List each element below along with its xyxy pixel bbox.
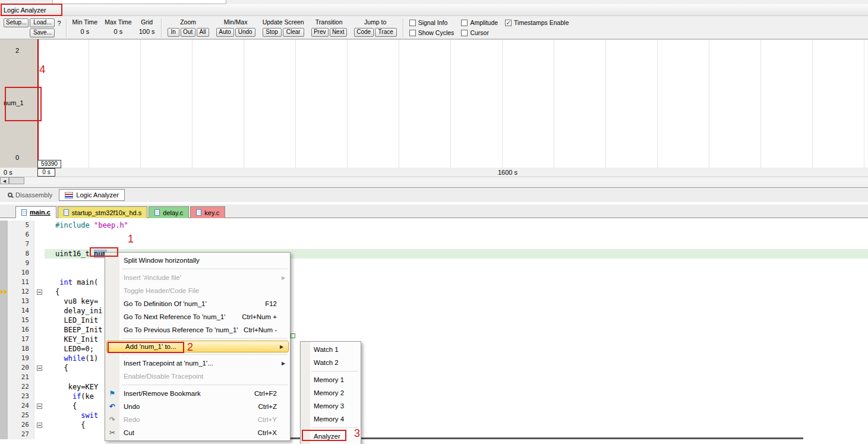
breakpoint-margin[interactable] (0, 240, 8, 249)
update-screen-label: Update Screen (263, 18, 304, 26)
submenu-arrow-icon: ▶ (282, 275, 290, 281)
fold-collapse-icon[interactable] (37, 366, 42, 371)
waveform-grid[interactable] (37, 40, 868, 168)
line-number: 13 (8, 297, 34, 306)
code-token: main( (72, 278, 98, 286)
scroll-left-icon[interactable]: ◀ (0, 177, 9, 184)
breakpoint-margin[interactable] (0, 268, 8, 278)
menu-item-label: Go To Previous Reference To 'num_1' (119, 326, 244, 333)
breakpoint-margin[interactable] (0, 221, 8, 230)
analyzer-hscrollbar[interactable]: ◀ (0, 177, 868, 184)
zoom-in-button[interactable]: In (168, 28, 179, 37)
zoom-all-button[interactable]: All (197, 28, 209, 37)
breakpoint-margin[interactable] (0, 373, 8, 382)
cursor-checkbox[interactable]: Cursor (461, 29, 498, 36)
minmax-auto-button[interactable]: Auto (216, 28, 234, 37)
line-number: 10 (8, 268, 34, 278)
menu-separator (122, 338, 288, 339)
show-cycles-checkbox[interactable]: Show Cycles (409, 29, 454, 36)
tab-key-c[interactable]: key.c (190, 206, 225, 218)
breakpoint-margin[interactable] (0, 420, 8, 430)
fold-collapse-icon[interactable] (37, 404, 42, 409)
jump-trace-button[interactable]: Trace (375, 28, 397, 37)
fold-collapse-icon[interactable] (37, 289, 42, 295)
breakpoint-margin[interactable] (0, 411, 8, 420)
context-menu-item[interactable]: Go To Next Reference To 'num_1'Ctrl+Num … (105, 310, 290, 323)
grid-value: 100 s (139, 28, 155, 35)
breakpoint-margin[interactable] (0, 392, 8, 401)
analyzer-chart[interactable]: 2 num_1 0 (0, 39, 868, 168)
setup-button[interactable]: Setup... (4, 18, 29, 27)
context-menu-item[interactable]: Enable/Disable Tracepoint (105, 370, 290, 383)
transition-next-button[interactable]: Next (330, 28, 347, 37)
tab-delay-c[interactable]: delay.c (149, 206, 189, 218)
code-text[interactable]: #include "beep.h" (45, 221, 868, 230)
breakpoint-margin[interactable] (0, 287, 8, 297)
minmax-undo-button[interactable]: Undo (235, 28, 255, 37)
context-menu-item[interactable]: ✂CutCtrl+X (105, 426, 290, 439)
breakpoint-margin[interactable] (0, 344, 8, 354)
breakpoint-margin[interactable] (0, 382, 8, 392)
transition-prev-button[interactable]: Prev (311, 28, 329, 37)
line-number: 22 (8, 382, 34, 392)
redo-icon: ↷ (105, 415, 119, 424)
context-menu-item[interactable]: Split Window horizontally (105, 254, 290, 267)
breakpoint-margin[interactable] (0, 354, 8, 363)
breakpoint-margin[interactable] (0, 297, 8, 306)
jump-code-button[interactable]: Code (354, 28, 374, 37)
breakpoint-margin[interactable] (0, 278, 8, 287)
signal-info-checkbox[interactable]: Signal Info (409, 19, 454, 26)
amplitude-checkbox[interactable]: Amplitude (461, 19, 498, 26)
line-number: 17 (8, 335, 34, 344)
breakpoint-margin[interactable] (0, 259, 8, 268)
submenu-item-watch-1[interactable]: Watch 1 (301, 343, 361, 356)
breakpoint-margin[interactable] (0, 335, 8, 344)
context-menu-item[interactable]: Go To Previous Reference To 'num_1'Ctrl+… (105, 323, 290, 336)
context-menu-item[interactable]: Insert '#include file'▶ (105, 271, 290, 284)
breakpoint-margin[interactable] (0, 325, 8, 335)
load-button[interactable]: Load... (30, 18, 55, 27)
scrollbar-thumb[interactable] (9, 177, 24, 184)
submenu-item-memory-4[interactable]: Memory 4 (301, 412, 361, 426)
context-menu-item[interactable]: Insert Tracepoint at 'num_1'...▶ (105, 357, 290, 370)
context-menu-item[interactable]: ↶UndoCtrl+Z (105, 400, 290, 413)
update-clear-button[interactable]: Clear (283, 28, 304, 37)
code-token: (ke (81, 392, 94, 401)
submenu-item-watch-2[interactable]: Watch 2 (301, 356, 361, 369)
menu-item-shortcut: Ctrl+Z (258, 403, 282, 410)
timestamps-enable-checkbox[interactable]: ✓ Timestamps Enable (505, 19, 569, 26)
breakpoint-margin[interactable] (0, 230, 8, 240)
tab-disassembly[interactable]: Disassembly (2, 189, 58, 201)
code-text[interactable] (45, 240, 868, 249)
context-menu-item[interactable]: ↷RedoCtrl+Y (105, 413, 290, 426)
save-button[interactable]: Save... (30, 29, 55, 37)
breakpoint-margin[interactable] (0, 316, 8, 325)
breakpoint-margin[interactable] (0, 430, 8, 439)
context-menu-item[interactable]: Toggle Header/Code File (105, 284, 290, 297)
update-stop-button[interactable]: Stop (263, 28, 282, 37)
fold-margin (34, 249, 45, 259)
submenu-item-memory-1[interactable]: Memory 1 (301, 373, 361, 386)
tab-startup-s[interactable]: startup_stm32f10x_hd.s (58, 206, 147, 218)
breakpoint-margin[interactable] (0, 306, 8, 316)
code-text[interactable] (45, 230, 868, 240)
submenu-item-memory-3[interactable]: Memory 3 (301, 399, 361, 412)
tab-main-c[interactable]: main.c (15, 206, 56, 218)
grid-label: Grid (141, 18, 153, 26)
zoom-out-button[interactable]: Out (181, 28, 195, 37)
toolbar-separator (161, 18, 162, 37)
code-line[interactable]: 5#include "beep.h" (0, 221, 868, 230)
breakpoint-margin[interactable] (0, 249, 8, 259)
toolbar-separator (403, 18, 403, 37)
submenu-item-memory-2[interactable]: Memory 2 (301, 386, 361, 399)
breakpoint-margin[interactable] (0, 401, 8, 411)
menu-item-label: Redo (119, 416, 258, 423)
context-menu-item[interactable]: Go To Definition Of 'num_1'F12 (105, 297, 290, 310)
fold-margin (34, 373, 45, 382)
tab-logic-analyzer[interactable]: Logic Analyzer (59, 189, 125, 201)
code-token: LED0=0; (55, 345, 94, 353)
fold-collapse-icon[interactable] (37, 423, 42, 428)
line-number: 12 (8, 287, 34, 297)
context-menu-item[interactable]: ⚑Insert/Remove BookmarkCtrl+F2 (105, 387, 290, 400)
breakpoint-margin[interactable] (0, 363, 8, 373)
